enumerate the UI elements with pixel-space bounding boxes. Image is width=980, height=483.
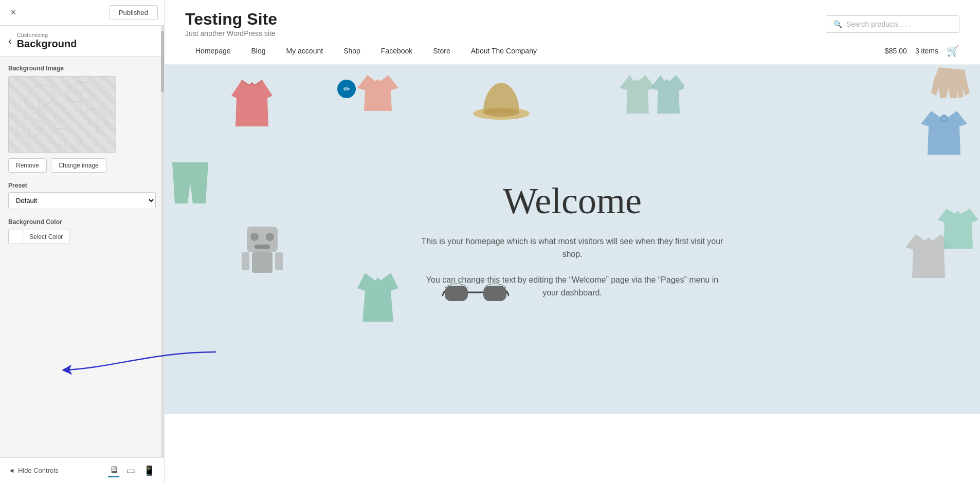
customizer-panel: × Published ‹ Customizing Background Bac… bbox=[0, 0, 165, 483]
svg-point-3 bbox=[64, 79, 97, 104]
preview-area: Testing Site Just another WordPress site… bbox=[165, 0, 980, 483]
nav-blog[interactable]: Blog bbox=[241, 38, 276, 64]
clothing-shirt-light-teal bbox=[936, 203, 980, 255]
site-title: Testing Site bbox=[185, 10, 277, 28]
hero-desc1: This is your homepage which is what most… bbox=[418, 235, 727, 261]
svg-point-19 bbox=[266, 233, 274, 241]
pencil-icon: ✏ bbox=[343, 84, 350, 94]
svg-point-4 bbox=[82, 105, 110, 131]
clothing-robot bbox=[237, 221, 288, 278]
search-placeholder: Search products . . . bbox=[846, 20, 911, 28]
svg-point-2 bbox=[40, 100, 70, 126]
svg-rect-0 bbox=[9, 77, 116, 153]
section-header: ‹ Customizing Background bbox=[0, 26, 164, 57]
site-tagline: Just another WordPress site bbox=[185, 29, 277, 38]
cart-icon[interactable]: 🛒 bbox=[947, 45, 959, 57]
nav-right: $85.00 3 items 🛒 bbox=[885, 45, 959, 57]
cart-items: 3 items bbox=[915, 47, 938, 55]
hero-desc2: You can change this text by editing the … bbox=[418, 273, 727, 300]
site-header: Testing Site Just another WordPress site… bbox=[165, 0, 980, 38]
change-image-button[interactable]: Change image bbox=[51, 158, 106, 173]
nav-shop[interactable]: Shop bbox=[333, 38, 371, 64]
nav-left: Homepage Blog My account Shop Facebook S… bbox=[185, 38, 547, 64]
hide-controls-arrow: ◄ bbox=[8, 467, 15, 474]
clothing-shirts-teal bbox=[617, 70, 684, 121]
nav-about[interactable]: About The Company bbox=[461, 38, 547, 64]
clothing-jacket-orange bbox=[226, 75, 278, 132]
clothing-shirt-blue bbox=[918, 106, 970, 162]
published-button[interactable]: Published bbox=[109, 5, 158, 20]
preset-label: Preset bbox=[8, 182, 156, 189]
mobile-icon[interactable]: 📱 bbox=[142, 463, 156, 477]
hide-controls-label: Hide Controls bbox=[18, 467, 59, 474]
clothing-hat bbox=[473, 78, 530, 124]
hide-controls-button[interactable]: ◄ Hide Controls bbox=[8, 467, 59, 474]
svg-point-5 bbox=[14, 117, 44, 139]
device-icons: 🖥 ▭ 📱 bbox=[108, 463, 156, 477]
svg-point-6 bbox=[48, 125, 82, 151]
scroll-thumb bbox=[161, 31, 164, 92]
image-button-row: Remove Change image bbox=[8, 158, 156, 173]
close-button[interactable]: × bbox=[6, 6, 21, 20]
top-bar: × Published bbox=[0, 0, 164, 26]
clothing-dress-teal bbox=[355, 268, 401, 324]
svg-rect-20 bbox=[255, 245, 270, 249]
select-color-button[interactable]: Select Color bbox=[23, 230, 69, 244]
svg-rect-17 bbox=[252, 252, 273, 273]
tablet-icon[interactable]: ▭ bbox=[125, 463, 136, 477]
preset-select[interactable]: DefaultFill ScreenFit to ScreenRepeatCus… bbox=[8, 192, 156, 209]
clothing-shirt-peach bbox=[355, 70, 401, 116]
scroll-indicator[interactable] bbox=[161, 26, 164, 457]
remove-button[interactable]: Remove bbox=[8, 158, 47, 173]
search-box[interactable]: 🔍 Search products . . . bbox=[826, 15, 959, 33]
color-btn-row: Select Color bbox=[8, 230, 156, 244]
bg-image-label: Background Image bbox=[8, 65, 156, 72]
svg-point-14 bbox=[483, 108, 519, 117]
nav-store[interactable]: Store bbox=[423, 38, 460, 64]
svg-rect-21 bbox=[242, 252, 249, 270]
section-name: Background bbox=[17, 38, 77, 50]
bg-image-preview bbox=[8, 76, 116, 153]
svg-point-1 bbox=[21, 81, 58, 114]
nav-bar: Homepage Blog My account Shop Facebook S… bbox=[165, 38, 980, 65]
cart-total: $85.00 bbox=[885, 47, 907, 55]
bottom-bar: ◄ Hide Controls 🖥 ▭ 📱 bbox=[0, 457, 164, 483]
customizing-label: Customizing bbox=[17, 32, 77, 38]
nav-facebook[interactable]: Facebook bbox=[371, 38, 423, 64]
hero-section: Welcome This is your homepage which is w… bbox=[165, 65, 980, 414]
hero-content: Welcome This is your homepage which is w… bbox=[408, 149, 737, 330]
color-swatch[interactable] bbox=[8, 230, 23, 244]
hero-title: Welcome bbox=[418, 180, 727, 222]
section-title-block: Customizing Background bbox=[17, 32, 77, 50]
desktop-icon[interactable]: 🖥 bbox=[108, 463, 119, 477]
bg-color-label: Background Color bbox=[8, 218, 156, 226]
site-branding: Testing Site Just another WordPress site bbox=[185, 10, 277, 38]
clothing-shorts-teal bbox=[170, 160, 211, 206]
bg-texture-svg bbox=[9, 77, 116, 153]
svg-point-18 bbox=[250, 233, 259, 241]
svg-rect-22 bbox=[275, 252, 283, 270]
panel-content: Background Image bbox=[0, 57, 164, 457]
edit-pencil-button[interactable]: ✏ bbox=[337, 80, 356, 98]
back-button[interactable]: ‹ bbox=[8, 35, 12, 47]
nav-homepage[interactable]: Homepage bbox=[185, 38, 241, 64]
clothing-gloves bbox=[929, 65, 980, 106]
search-icon: 🔍 bbox=[833, 20, 842, 28]
nav-myaccount[interactable]: My account bbox=[276, 38, 334, 64]
